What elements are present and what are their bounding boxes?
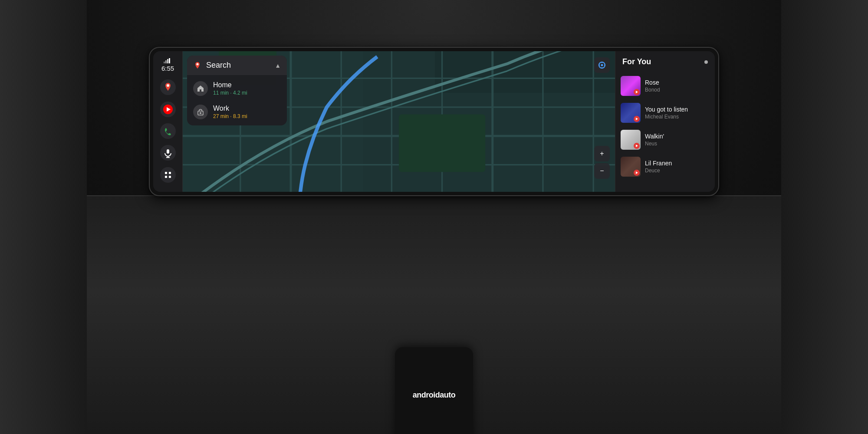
- music-list: Rose Bonod You: [615, 71, 715, 192]
- music-panel-title: For You: [622, 57, 651, 66]
- track-name-2: You got to listen: [645, 106, 710, 113]
- play-badge-1: [634, 89, 640, 95]
- track-artist-4: Deuce: [645, 168, 710, 174]
- sidebar: 6:55: [153, 51, 183, 192]
- track-info-1: Rose Bonod: [645, 79, 710, 93]
- search-bar[interactable]: Search ▲: [187, 56, 287, 75]
- zoom-controls: + −: [594, 146, 610, 179]
- zoom-out-button[interactable]: −: [594, 163, 610, 179]
- main-content: Search ▲: [183, 51, 715, 192]
- zoom-in-button[interactable]: +: [594, 146, 610, 161]
- right-panel: [781, 0, 868, 434]
- navigation-panel: Search ▲: [187, 56, 287, 125]
- home-icon-container: [193, 81, 208, 96]
- home-info: Home 11 min · 4.2 mi: [213, 81, 281, 96]
- play-icon-3: [636, 145, 638, 147]
- sidebar-item-grid[interactable]: [158, 167, 178, 183]
- track-info-4: Lil Franen Deuce: [645, 160, 710, 174]
- chevron-up-icon: ▲: [275, 62, 281, 69]
- work-icon-container: [193, 105, 208, 119]
- home-name: Home: [213, 81, 281, 89]
- screen-bezel: 6:55: [150, 48, 718, 195]
- svg-rect-16: [169, 172, 171, 174]
- maps-logo-small: [193, 61, 202, 70]
- sidebar-item-mic[interactable]: [158, 145, 178, 161]
- play-icon-2: [636, 118, 638, 120]
- music-track-2[interactable]: You got to listen Micheal Evans: [615, 99, 715, 126]
- album-art-3: [621, 130, 641, 150]
- work-icon: [197, 108, 204, 116]
- svg-point-14: [160, 167, 176, 183]
- svg-rect-0: [164, 62, 165, 63]
- svg-point-39: [197, 63, 199, 65]
- home-icon: [197, 85, 204, 92]
- track-artist-1: Bonod: [645, 87, 710, 93]
- svg-rect-15: [165, 172, 167, 174]
- clock-display: 6:55: [161, 65, 174, 72]
- svg-rect-1: [165, 60, 167, 63]
- music-track-1[interactable]: Rose Bonod: [615, 72, 715, 99]
- svg-rect-17: [165, 176, 167, 178]
- work-info: Work 27 min · 8.3 mi: [213, 105, 281, 119]
- home-details: 11 min · 4.2 mi: [213, 90, 281, 96]
- music-header: For You: [615, 51, 715, 71]
- status-bar: 6:55: [161, 58, 174, 72]
- track-artist-2: Micheal Evans: [645, 114, 710, 120]
- album-art-4: [621, 157, 641, 177]
- destination-list: Home 11 min · 4.2 mi: [187, 75, 287, 125]
- svg-point-9: [160, 123, 176, 139]
- svg-rect-11: [167, 149, 169, 154]
- search-label: Search: [206, 61, 270, 70]
- android-auto-logo: androidauto: [413, 391, 456, 400]
- play-icon-1: [636, 91, 638, 93]
- android-auto-label-plain: android: [413, 391, 440, 399]
- work-name: Work: [213, 105, 281, 112]
- sidebar-item-music[interactable]: [158, 101, 178, 117]
- destination-work[interactable]: Work 27 min · 8.3 mi: [187, 100, 287, 124]
- music-panel: For You Rose: [615, 51, 715, 192]
- track-name-1: Rose: [645, 79, 710, 86]
- album-art-2: [621, 103, 641, 123]
- sidebar-item-phone[interactable]: [158, 123, 178, 139]
- left-panel: [0, 0, 87, 434]
- svg-rect-18: [169, 176, 171, 178]
- music-status-dot: [704, 60, 708, 64]
- android-auto-phone: androidauto: [395, 347, 473, 434]
- play-icon-4: [636, 171, 638, 174]
- location-button[interactable]: [594, 57, 610, 73]
- play-badge-3: [634, 143, 640, 149]
- svg-rect-2: [167, 59, 168, 63]
- svg-rect-3: [169, 58, 170, 63]
- music-track-3[interactable]: Walkin' Neus: [615, 126, 715, 153]
- svg-point-43: [601, 64, 603, 66]
- map-panel: Search ▲: [183, 51, 615, 192]
- play-badge-4: [634, 170, 640, 176]
- svg-point-5: [167, 84, 169, 87]
- album-art-1: [621, 76, 641, 96]
- sidebar-item-maps[interactable]: [158, 79, 178, 95]
- play-badge-2: [634, 116, 640, 122]
- track-info-3: Walkin' Neus: [645, 133, 710, 147]
- music-track-4[interactable]: Lil Franen Deuce: [615, 153, 715, 180]
- track-info-2: You got to listen Micheal Evans: [645, 106, 710, 120]
- work-details: 27 min · 8.3 mi: [213, 113, 281, 119]
- signal-icon: [164, 58, 171, 64]
- track-name-4: Lil Franen: [645, 160, 710, 167]
- svg-rect-41: [200, 112, 201, 114]
- destination-home[interactable]: Home 11 min · 4.2 mi: [187, 77, 287, 100]
- android-auto-screen: 6:55: [153, 51, 715, 192]
- track-name-3: Walkin': [645, 133, 710, 140]
- android-auto-label-bold: auto: [440, 391, 455, 399]
- track-artist-3: Neus: [645, 141, 710, 147]
- svg-rect-37: [399, 114, 485, 172]
- car-interior: 6:55: [0, 0, 868, 434]
